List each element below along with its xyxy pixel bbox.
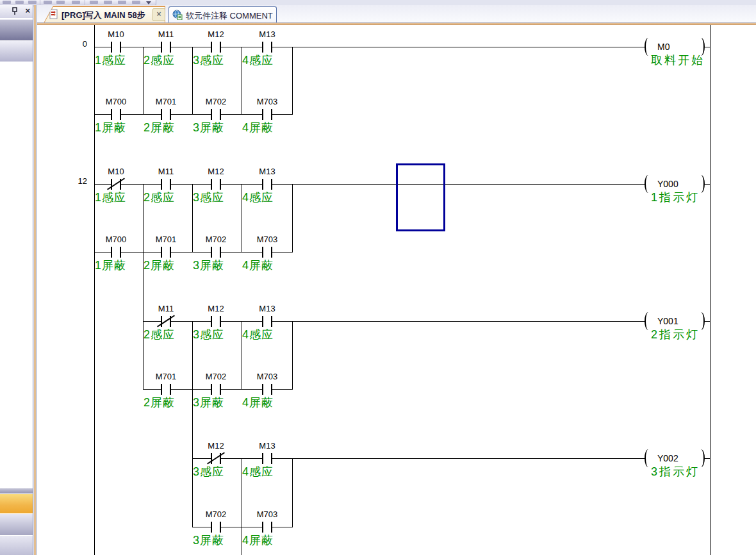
tab-label: [PRG]写入 MAIN 58步 (62, 10, 145, 21)
coil-right-paren (697, 175, 705, 193)
toolbar-icon-fragment[interactable] (90, 1, 98, 4)
contact-M703[interactable] (259, 384, 275, 395)
coil-comment: 取料开始 (651, 54, 705, 66)
device-label: M13 (247, 30, 288, 39)
contact-M703[interactable] (259, 109, 275, 120)
device-label: M702 (195, 510, 236, 519)
coil-left-paren (645, 449, 652, 467)
device-label: M703 (247, 235, 288, 244)
device-label: M12 (195, 167, 236, 176)
contact-M701[interactable] (158, 384, 174, 395)
tab-main-program[interactable]: [PRG]写入 MAIN 58步 × (44, 6, 165, 23)
device-label: M700 (95, 235, 136, 244)
device-comment: 4感应 (242, 54, 274, 66)
nav-button-highlighted[interactable] (0, 493, 33, 514)
toolbar-icon-fragment[interactable] (104, 1, 112, 4)
nav-splitter-handle[interactable] (0, 488, 33, 493)
contact-M10[interactable] (108, 42, 124, 53)
toolbar-icon-fragment[interactable] (118, 1, 126, 4)
contact-M702[interactable] (208, 109, 224, 120)
coil-right-paren (697, 312, 705, 330)
contact-M13[interactable] (259, 453, 275, 464)
device-comment: 3屏蔽 (193, 122, 224, 133)
contact-M703[interactable] (259, 522, 275, 533)
device-comment: 1感应 (95, 54, 126, 66)
device-comment: 4感应 (242, 329, 274, 340)
device-label: M703 (247, 372, 288, 381)
device-label: M703 (247, 510, 288, 519)
tab-close-icon[interactable]: × (152, 8, 165, 21)
device-comment: 3感应 (193, 54, 224, 66)
ladder-left-rail (94, 25, 95, 555)
pane-close-icon[interactable]: × (25, 6, 30, 15)
contact-M10-nc[interactable] (108, 179, 124, 190)
device-comment: 3感应 (193, 466, 224, 477)
contact-M12[interactable] (208, 179, 224, 190)
contact-M702[interactable] (208, 384, 224, 395)
contact-M701[interactable] (158, 247, 174, 258)
device-comment: 3屏蔽 (193, 260, 224, 271)
nav-button[interactable] (0, 513, 33, 535)
device-comment: 3屏蔽 (193, 534, 224, 546)
device-label: M702 (195, 372, 236, 381)
device-comment: 2屏蔽 (144, 122, 175, 133)
device-label: M11 (145, 304, 186, 313)
device-comment: 4屏蔽 (242, 122, 274, 133)
contact-M702[interactable] (208, 522, 224, 533)
device-comment: 3感应 (193, 192, 224, 203)
push-pin-icon[interactable] (11, 7, 19, 19)
device-label: M12 (195, 304, 236, 313)
contact-M12-nc[interactable] (208, 453, 224, 464)
device-comment: 1屏蔽 (95, 260, 126, 271)
contact-M13[interactable] (259, 316, 275, 327)
pane-collapsed-bar[interactable] (0, 19, 33, 40)
coil-device-label: M0 (657, 42, 670, 52)
nav-button[interactable] (0, 535, 33, 555)
device-comment: 4感应 (242, 192, 274, 203)
toolbar-icon-fragment[interactable] (132, 1, 140, 4)
wire (94, 47, 646, 47)
tab-device-comment[interactable]: 软元件注释 COMMENT (168, 6, 277, 23)
contact-M700[interactable] (108, 109, 124, 120)
device-comment-icon (172, 10, 183, 22)
device-comment: 3感应 (193, 329, 224, 340)
toolbar-icon-fragment[interactable] (15, 1, 24, 4)
contact-M702[interactable] (208, 247, 224, 258)
contact-M13[interactable] (259, 179, 275, 190)
device-comment: 1感应 (95, 192, 126, 203)
device-label: M11 (145, 167, 186, 176)
contact-M12[interactable] (208, 316, 224, 327)
contact-M11-nc[interactable] (158, 316, 174, 327)
contact-M12[interactable] (208, 42, 224, 53)
toolbar-icon-fragment[interactable] (28, 1, 37, 4)
device-label: M13 (247, 167, 288, 176)
contact-M11[interactable] (158, 179, 174, 190)
device-label: M13 (247, 442, 288, 451)
toolbar-overflow-chevron-down-icon[interactable] (146, 1, 151, 4)
device-label: M702 (195, 235, 236, 244)
coil-left-paren (645, 175, 652, 193)
device-comment: 3屏蔽 (193, 397, 224, 408)
toolbar-icon-fragment[interactable] (44, 1, 52, 4)
coil-device-label: Y002 (657, 454, 678, 463)
pane-collapsed-bar[interactable] (0, 41, 33, 62)
toolbar-icon-fragment[interactable] (3, 1, 11, 4)
contact-M13[interactable] (259, 42, 275, 53)
coil-device-label: Y001 (657, 317, 678, 326)
wire (292, 184, 293, 252)
toolbar-icon-fragment[interactable] (72, 1, 80, 4)
toolbar-separator (85, 0, 85, 5)
contact-M700[interactable] (108, 247, 124, 258)
contact-M701[interactable] (158, 109, 174, 120)
device-comment: 2屏蔽 (144, 397, 175, 408)
coil-device-label: Y000 (657, 179, 678, 189)
tab-label: 软元件注释 COMMENT (186, 10, 273, 22)
device-label: M13 (247, 304, 288, 313)
toolbar-icon-fragment[interactable] (56, 1, 65, 4)
contact-M703[interactable] (259, 247, 275, 258)
coil-comment: 3指示灯 (651, 466, 700, 477)
device-label: M701 (145, 97, 186, 106)
wire (143, 184, 144, 389)
contact-M11[interactable] (158, 42, 174, 53)
toolbar-separator (40, 0, 40, 5)
